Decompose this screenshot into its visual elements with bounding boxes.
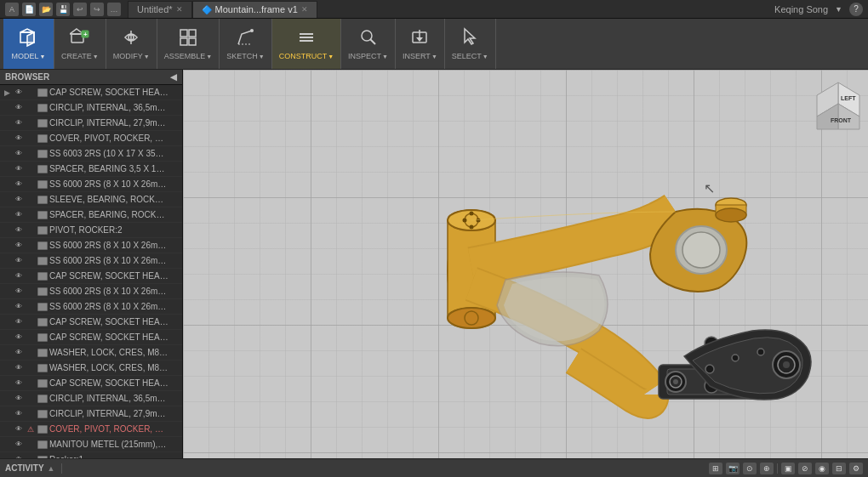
svg-line-19 [370,39,375,44]
browser-item[interactable]: 👁PIVOT, ROCKER:2 [0,223,182,238]
display-mode-icon[interactable]: ▣ [781,463,795,474]
tab-untitled[interactable]: Untitled* ✕ [128,1,192,18]
svg-point-43 [783,361,790,368]
svg-text:FRONT: FRONT [831,117,852,123]
cursor: ↖ [704,180,715,196]
browser-item[interactable]: 👁CIRCLIP, INTERNAL, 36,5mm OI... [0,100,182,116]
svg-rect-9 [180,30,187,37]
tab-mountain-frame-close[interactable]: ✕ [301,5,308,14]
sketch-label: SKETCH▼ [226,52,264,60]
browser-item[interactable]: 👁CAP SCREW, SOCKET HEAD, FLA... [0,315,182,330]
activity-expand-icon[interactable]: ▲ [48,464,55,473]
undo-icon[interactable]: ↩ [73,3,87,16]
model-icon [17,27,41,50]
svg-marker-2 [27,32,34,46]
settings-icon[interactable]: ⚙ [849,463,863,474]
toolbar-insert[interactable]: INSERT▼ [396,19,445,69]
browser-item[interactable]: ▶👁CAP SCREW, SOCKET HEAD, CRI... [0,85,182,100]
svg-point-13 [250,29,254,32]
user-name: Keqing Song [774,4,828,14]
browser-item[interactable]: 👁CAP SCREW, SOCKET HEAD, FLA... [0,330,182,345]
help-button[interactable]: ? [849,3,863,16]
insert-label: INSERT▼ [403,52,437,60]
browser-item[interactable]: 👁SLEEVE, BEARING, ROCKER, FW... [0,192,182,207]
toolbar-sketch[interactable]: SKETCH▼ [220,19,271,69]
cube-nav[interactable]: LEFT FRONT [808,78,859,129]
more-icon[interactable]: … [107,3,121,16]
new-file-icon[interactable]: 📄 [22,3,36,16]
toolbar: MODEL▼ + CREATE▼ MODIFY▼ [0,19,868,70]
sketch-icon [235,27,255,50]
app-icons: A 📄 📂 💾 ↩ ↪ … [5,3,121,16]
browser-item[interactable]: 👁CAP SCREW, SOCKET HEAD, FLA... [0,269,182,284]
camera-icon[interactable]: 📷 [726,463,740,474]
toolbar-inspect[interactable]: INSPECT▼ [341,19,396,69]
svg-rect-10 [189,30,196,37]
svg-point-45 [732,355,739,361]
svg-point-51 [469,224,473,229]
mountain-frame-icon: 🔷 [202,5,212,14]
save-icon[interactable]: 💾 [56,3,70,16]
inspect-label: INSPECT▼ [348,52,388,60]
browser-item[interactable]: 👁SS 6000 2RS (8 X 10 X 26mm):5 [0,284,182,299]
tab-mountain-frame[interactable]: 🔷 Mountain...frame v1 ✕ [192,1,317,18]
browser-list[interactable]: ▶👁CAP SCREW, SOCKET HEAD, CRI...👁CIRCLIP… [0,85,182,458]
grid-snap-icon[interactable]: ⊟ [832,463,846,474]
view-cube-icon[interactable]: ⊞ [709,463,722,474]
browser-item[interactable]: 👁CIRCLIP, INTERNAL, 36,5mm OI... [0,391,182,406]
zoom-extend-icon[interactable]: ⊕ [760,463,774,474]
toolbar-construct[interactable]: CONSTRUCT▼ [272,19,341,69]
section-analysis-icon[interactable]: ⊘ [798,463,812,474]
browser-item[interactable]: 👁MANITOU METEL (215mm), 6 W... [0,437,182,452]
browser-item[interactable]: 👁SS 6000 2RS (8 X 10 X 26mm):6 [0,299,182,315]
construct-icon [296,27,317,50]
browser-item[interactable]: 👁CAP SCREW, SOCKET HEAD, CRI... [0,376,182,391]
browser-item[interactable]: 👁SS 6000 2RS (8 X 10 X 26mm):2 [0,177,182,192]
toolbar-create[interactable]: + CREATE▼ [54,19,106,69]
svg-point-46 [757,349,764,355]
browser-item[interactable]: 👁CIRCLIP, INTERNAL, 27,9mm OI... [0,406,182,422]
browser-item[interactable]: 👁SPACER, BEARING 3,5 X 17 X 3C... [0,162,182,177]
toolbar-assemble[interactable]: ASSEMBLE▼ [157,19,220,69]
select-label: SELECT▼ [452,52,488,60]
select-icon [460,27,480,50]
svg-marker-23 [465,29,475,44]
model-label: MODEL▼ [12,52,46,60]
browser-item[interactable]: 👁WASHER, LOCK, CRES, M8, 12,7... [0,361,182,376]
3d-model [403,135,812,458]
browser-item[interactable]: 👁COVER, PIVOT, ROCKER, M27,9... [0,131,182,146]
browser-item[interactable]: 👁SPACER, BEARING, ROCKER, MI... [0,207,182,223]
open-file-icon[interactable]: 📂 [39,3,53,16]
browser-item[interactable]: 👁SS 6000 2RS (8 X 10 X 26mm):3 [0,238,182,253]
construct-label: CONSTRUCT▼ [279,52,334,60]
browser-collapse-icon[interactable]: ◀ [170,72,177,82]
toolbar-modify[interactable]: MODIFY▼ [106,19,157,69]
browser-item[interactable]: 👁Rocker:1 [0,452,182,458]
svg-text:+: + [83,31,88,38]
browser-item[interactable]: 👁CIRCLIP, INTERNAL, 27,9mm OI... [0,116,182,131]
toolbar-model[interactable]: MODEL▼ [3,19,54,69]
redo-icon[interactable]: ↪ [90,3,104,16]
modify-icon [121,27,141,50]
svg-marker-22 [416,37,423,42]
toolbar-select[interactable]: SELECT▼ [445,19,496,69]
main-area: BROWSER ◀ ▶👁CAP SCREW, SOCKET HEAD, CRI.… [0,70,868,458]
browser-item[interactable]: 👁WASHER, LOCK, CRES, M8, 12,7... [0,345,182,361]
svg-rect-11 [180,38,187,45]
user-arrow: ▼ [835,5,842,14]
tab-untitled-label: Untitled* [137,4,173,14]
svg-point-29 [682,232,720,268]
browser-item[interactable]: 👁SS 6003 2RS (10 X 17 X 35mm)... [0,146,182,162]
create-label: CREATE▼ [61,52,99,60]
browser-item[interactable]: 👁SS 6000 2RS (8 X 10 X 26mm):4 [0,253,182,269]
browser-item[interactable]: 👁⚠COVER, PIVOT, ROCKER, M27,9... [0,422,182,437]
svg-text:LEFT: LEFT [841,95,856,101]
bottom-separator-2 [777,463,778,474]
tab-untitled-close[interactable]: ✕ [176,5,183,14]
title-right: Keqing Song ▼ ? [774,3,863,16]
zoom-fit-icon[interactable]: ⊙ [743,463,757,474]
title-bar: A 📄 📂 💾 ↩ ↪ … Untitled* ✕ 🔷 Mountain...f… [0,0,868,19]
svg-point-52 [462,218,466,222]
viewport[interactable]: LEFT FRONT ↖ [183,70,868,458]
environment-icon[interactable]: ◉ [815,463,829,474]
